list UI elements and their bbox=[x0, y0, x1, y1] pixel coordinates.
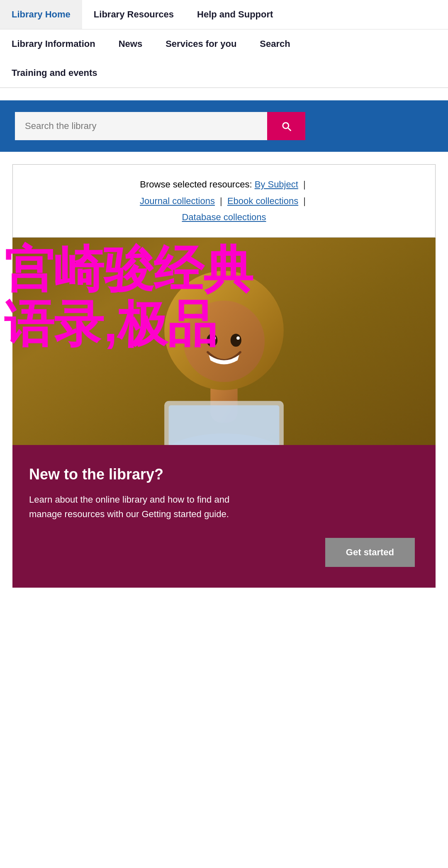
nav-training-events[interactable]: Training and events bbox=[0, 58, 109, 88]
search-input[interactable] bbox=[15, 112, 267, 140]
nav-row-1: Library Home Library Resources Help and … bbox=[0, 0, 448, 29]
hero-watermark-container: 宫崎骏经典 语录,极品 bbox=[0, 238, 448, 445]
get-started-button[interactable]: Get started bbox=[325, 538, 415, 567]
new-library-card: New to the library? Learn about the onli… bbox=[12, 445, 436, 588]
browse-by-subject-link[interactable]: By Subject bbox=[255, 179, 298, 190]
hero-image bbox=[12, 238, 436, 445]
svg-point-5 bbox=[183, 301, 265, 382]
nav-services-for-you[interactable]: Services for you bbox=[154, 29, 248, 58]
nav-library-resources[interactable]: Library Resources bbox=[82, 0, 185, 29]
nav-row-3: Training and events bbox=[0, 58, 448, 88]
bottom-spacer bbox=[0, 588, 448, 613]
nav-library-home[interactable]: Library Home bbox=[0, 0, 82, 29]
browse-journal-collections-link[interactable]: Journal collections bbox=[140, 196, 215, 206]
svg-point-7 bbox=[231, 333, 241, 346]
svg-point-8 bbox=[213, 336, 216, 340]
separator-3: | bbox=[303, 196, 306, 206]
nav-row-2: Library Information News Services for yo… bbox=[0, 29, 448, 58]
svg-point-6 bbox=[207, 333, 217, 346]
search-box bbox=[15, 112, 305, 140]
browse-ebook-collections-link[interactable]: Ebook collections bbox=[227, 196, 298, 206]
search-button[interactable] bbox=[267, 112, 305, 140]
svg-point-9 bbox=[236, 336, 240, 340]
search-icon bbox=[280, 120, 292, 132]
nav-help-support[interactable]: Help and Support bbox=[185, 0, 285, 29]
main-navigation: Library Home Library Resources Help and … bbox=[0, 0, 448, 88]
nav-news[interactable]: News bbox=[107, 29, 154, 58]
search-section bbox=[0, 100, 448, 152]
nav-library-information[interactable]: Library Information bbox=[0, 29, 107, 58]
hero-image-area bbox=[12, 238, 436, 445]
separator-2: | bbox=[220, 196, 222, 206]
new-library-title: New to the library? bbox=[29, 466, 419, 483]
new-library-description: Learn about the online library and how t… bbox=[29, 492, 257, 521]
svg-rect-11 bbox=[169, 405, 280, 445]
nav-search[interactable]: Search bbox=[248, 29, 302, 58]
separator-1: | bbox=[303, 179, 306, 190]
browse-database-collections-link[interactable]: Database collections bbox=[182, 212, 266, 222]
browse-resources-box: Browse selected resources: By Subject | … bbox=[12, 164, 436, 238]
browse-label: Browse selected resources: bbox=[140, 179, 252, 190]
